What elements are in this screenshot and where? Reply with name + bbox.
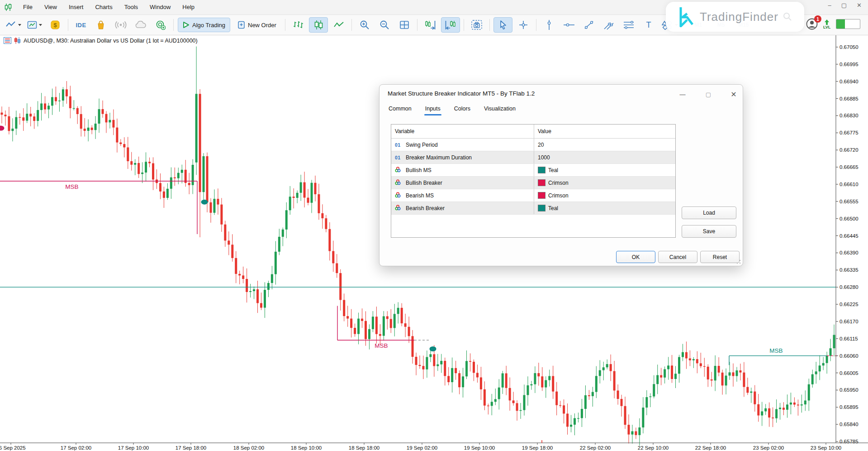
channel-icon[interactable] bbox=[600, 18, 618, 32]
auto-scroll-icon[interactable] bbox=[421, 18, 439, 32]
crosshair-icon[interactable] bbox=[514, 18, 532, 32]
new-chart-icon[interactable] bbox=[4, 18, 24, 32]
svg-text:0.66445: 0.66445 bbox=[840, 233, 859, 239]
trendline-icon[interactable] bbox=[580, 18, 598, 32]
dialog-tab-visualization[interactable]: Visualization bbox=[483, 104, 517, 115]
variable-value: 20 bbox=[538, 142, 544, 148]
msb-annotation: MSB bbox=[729, 347, 838, 365]
algo-trading-button[interactable]: Algo Trading bbox=[178, 18, 230, 32]
fibonacci-icon[interactable] bbox=[620, 18, 638, 32]
text-tool-icon[interactable]: T bbox=[640, 18, 658, 32]
dialog-tab-common[interactable]: Common bbox=[388, 104, 413, 115]
svg-text:19 Sep 18:00: 19 Sep 18:00 bbox=[522, 445, 553, 451]
price-axis-labels: 0.670500.669950.669400.668850.668300.667… bbox=[836, 44, 859, 444]
menu-file[interactable]: File bbox=[17, 0, 38, 14]
level-indicator: LVL bbox=[823, 19, 830, 29]
toolbar-separator bbox=[417, 19, 417, 31]
toolbar-separator bbox=[68, 19, 68, 31]
dialog-maximize-button[interactable]: ▢ bbox=[702, 89, 715, 99]
svg-text:17 Sep 10:00: 17 Sep 10:00 bbox=[118, 445, 149, 451]
ok-button[interactable]: OK bbox=[616, 251, 655, 263]
menu-view[interactable]: View bbox=[38, 0, 63, 14]
symbol-description: AUDUSD@, M30: Australian Dollar vs US Do… bbox=[24, 38, 198, 44]
menu-charts[interactable]: Charts bbox=[89, 0, 118, 14]
user-avatar[interactable]: 1 bbox=[806, 18, 818, 30]
window-maximize-button[interactable]: ▢ bbox=[841, 2, 847, 9]
color-swatch bbox=[538, 205, 545, 211]
save-button[interactable]: Save bbox=[682, 225, 736, 238]
svg-text:19 Sep 10:00: 19 Sep 10:00 bbox=[464, 445, 495, 451]
dialog-resize-grip[interactable] bbox=[736, 259, 741, 264]
svg-text:0.66610: 0.66610 bbox=[840, 182, 859, 187]
msb-label: MSB bbox=[65, 183, 78, 190]
svg-text:0.66885: 0.66885 bbox=[840, 96, 859, 101]
line-chart-icon[interactable] bbox=[330, 18, 348, 32]
market-icon[interactable] bbox=[92, 18, 110, 32]
color-type-icon bbox=[395, 167, 402, 174]
chart-shift-icon[interactable] bbox=[441, 17, 460, 33]
level-progress-bar bbox=[836, 19, 860, 29]
input-row-bullish-ms[interactable]: Bullish MS Teal bbox=[391, 164, 675, 177]
dialog-minimize-button[interactable]: — bbox=[676, 89, 689, 99]
screenshot-icon[interactable] bbox=[468, 18, 486, 32]
horizontal-line-icon[interactable] bbox=[560, 18, 578, 32]
zoom-in-icon[interactable] bbox=[356, 18, 374, 32]
level-up-icon bbox=[824, 19, 830, 25]
menu-window[interactable]: Window bbox=[144, 0, 176, 14]
cursor-icon[interactable] bbox=[493, 17, 512, 33]
profiles-icon[interactable] bbox=[25, 18, 44, 32]
chart-symbol-label: AUDUSD@, M30: Australian Dollar vs US Do… bbox=[4, 37, 198, 44]
toolbar-separator bbox=[351, 19, 352, 31]
svg-text:0.66720: 0.66720 bbox=[840, 147, 859, 153]
input-row-breaker-maximum-duration[interactable]: 01Breaker Maximum Duration 1000 bbox=[391, 151, 675, 164]
svg-text:23 Sep 10:00: 23 Sep 10:00 bbox=[811, 445, 841, 451]
variable-name: Bearish MS bbox=[406, 192, 434, 199]
copy-trading-icon[interactable] bbox=[152, 18, 170, 32]
mt5-logo-icon bbox=[4, 3, 13, 11]
svg-text:0.66555: 0.66555 bbox=[840, 199, 859, 204]
window-minimize-button[interactable]: – bbox=[828, 2, 831, 9]
color-swatch bbox=[538, 167, 545, 173]
dialog-close-button[interactable]: ✕ bbox=[727, 89, 740, 99]
svg-text:18 Sep 02:00: 18 Sep 02:00 bbox=[233, 445, 264, 451]
vertical-line-icon[interactable] bbox=[540, 18, 558, 32]
window-close-button[interactable]: ✕ bbox=[857, 2, 862, 9]
signals-icon[interactable] bbox=[112, 18, 130, 32]
dialog-tab-inputs[interactable]: Inputs bbox=[424, 104, 441, 115]
input-row-bearish-breaker[interactable]: Bearish Breaker Teal bbox=[391, 202, 675, 215]
color-swatch bbox=[538, 192, 545, 199]
ide[interactable]: IDE bbox=[72, 18, 90, 32]
menu-insert[interactable]: Insert bbox=[63, 0, 90, 14]
svg-text:0.66500: 0.66500 bbox=[840, 216, 859, 221]
menu-help[interactable]: Help bbox=[176, 0, 200, 14]
variable-name: Bullish Breaker bbox=[406, 180, 442, 186]
msb-label: MSB bbox=[375, 342, 388, 349]
svg-text:0.66995: 0.66995 bbox=[840, 62, 859, 67]
svg-text:19 Sep 02:00: 19 Sep 02:00 bbox=[407, 445, 437, 451]
deposit-icon[interactable]: $ bbox=[46, 18, 64, 32]
numeric-type-icon: 01 bbox=[395, 155, 402, 160]
svg-text:0.66115: 0.66115 bbox=[840, 336, 858, 341]
reset-button[interactable]: Reset bbox=[700, 251, 740, 263]
tradingfinder-watermark: TradingFinder bbox=[666, 2, 804, 32]
input-row-bearish-ms[interactable]: Bearish MS Crimson bbox=[391, 189, 675, 202]
svg-text:0.66280: 0.66280 bbox=[840, 284, 859, 290]
dialog-tab-colors[interactable]: Colors bbox=[453, 104, 471, 115]
menu-tools[interactable]: Tools bbox=[119, 0, 144, 14]
new-order-button[interactable]: New Order bbox=[233, 18, 281, 32]
vps-icon[interactable] bbox=[132, 18, 150, 32]
svg-text:16 Sep 2025: 16 Sep 2025 bbox=[0, 445, 26, 451]
candle-chart-icon[interactable] bbox=[309, 17, 328, 33]
variable-name: Bullish MS bbox=[406, 167, 432, 173]
zoom-out-icon[interactable] bbox=[375, 18, 394, 32]
svg-text:0.66335: 0.66335 bbox=[840, 267, 859, 273]
swing-marker-dot bbox=[0, 126, 5, 131]
svg-text:22 Sep 02:00: 22 Sep 02:00 bbox=[580, 445, 611, 451]
tile-windows-icon[interactable] bbox=[395, 18, 413, 32]
input-row-bullish-breaker[interactable]: Bullish Breaker Crimson bbox=[391, 177, 675, 189]
cancel-button[interactable]: Cancel bbox=[658, 251, 697, 263]
input-row-swing-period[interactable]: 01Swing Period 20 bbox=[391, 139, 675, 151]
bar-chart-icon[interactable] bbox=[289, 18, 307, 32]
svg-text:0.66390: 0.66390 bbox=[840, 250, 859, 255]
load-button[interactable]: Load bbox=[682, 206, 736, 219]
